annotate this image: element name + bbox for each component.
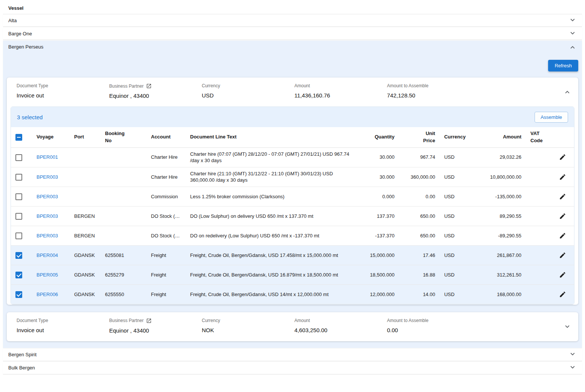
voyage-link[interactable]: BPER005 — [37, 272, 58, 278]
row-checkbox[interactable] — [15, 154, 22, 161]
assemble-button[interactable]: Assemble — [535, 112, 568, 123]
field-amount: Amount 11,436,160.76 — [294, 83, 387, 99]
edit-icon[interactable] — [558, 172, 568, 182]
select-all-checkbox[interactable] — [15, 134, 22, 141]
field-value-business-partner: Equinor , 43400 — [109, 327, 202, 334]
refresh-button[interactable]: Refresh — [548, 60, 578, 71]
row-checkbox[interactable] — [15, 252, 22, 259]
field-label-business-partner: Business Partner — [109, 318, 143, 323]
collapse-chevron-up-icon[interactable] — [563, 88, 571, 96]
document-summary[interactable]: Document Type Invoice out Business Partn… — [7, 77, 578, 106]
port-cell — [70, 147, 101, 167]
table-row: BPER003 Charter Hire Charter hire (21:10… — [11, 167, 574, 187]
header-vat-code: VAT Code — [526, 127, 551, 147]
document-line-text-cell: Less 1.25% broker commission (Clarksons) — [186, 187, 357, 206]
row-checkbox[interactable] — [15, 174, 22, 181]
edit-icon[interactable] — [558, 270, 568, 280]
document-line-text-cell: Freight, Crude Oil, Bergen/Gdansk, USD 1… — [186, 265, 357, 284]
field-value-document-type: Invoice out — [17, 327, 109, 333]
table-row: BPER003 BERGEN DO Stock (L... DO on rede… — [11, 226, 574, 245]
quantity-cell: 12,000.000 — [357, 284, 399, 304]
field-amount-to-assemble: Amount to Assemble 0.00 — [387, 318, 480, 334]
header-account: Account — [146, 127, 186, 147]
quantity-cell: -137.370 — [357, 226, 399, 245]
booking-no-cell: 6255279 — [101, 265, 146, 284]
vat-code-cell — [526, 187, 551, 206]
document-card-nok: Document Type Invoice out Business Partn… — [7, 312, 578, 341]
edit-icon[interactable] — [558, 191, 568, 202]
field-value-amount-to-assemble: 742,128.50 — [387, 92, 480, 99]
port-cell: BERGEN — [70, 226, 101, 245]
vessel-accordion-bergen-spirit[interactable]: Bergen Spirit — [3, 349, 582, 361]
expand-chevron-down-icon[interactable] — [563, 322, 571, 331]
document-line-text-cell: Freight, Crude Oil, Bergen/Gdansk, USD 1… — [186, 284, 357, 304]
row-checkbox[interactable] — [15, 291, 22, 298]
vat-code-cell — [526, 284, 551, 304]
document-line-text-cell: Charter hire (21:10 (GMT) 31/12/22 - 21:… — [186, 167, 357, 187]
amount-cell: 29,032.26 — [470, 147, 526, 167]
vessel-name: Bulk Bergen — [8, 365, 35, 371]
voyage-link[interactable]: BPER003 — [37, 174, 58, 180]
booking-no-cell — [101, 206, 146, 226]
edit-icon[interactable] — [558, 211, 568, 221]
account-cell: Freight — [146, 245, 186, 265]
currency-cell: USD — [440, 226, 470, 245]
amount-cell: 168,000.00 — [470, 284, 526, 304]
unit-price-cell: 650.00 — [399, 206, 440, 226]
voyage-link[interactable]: BPER003 — [37, 213, 58, 219]
account-cell: Freight — [146, 284, 186, 304]
unit-price-cell: 14.00 — [399, 284, 440, 304]
voyage-link[interactable]: BPER004 — [37, 252, 58, 258]
voyage-link[interactable]: BPER001 — [37, 154, 58, 160]
edit-icon[interactable] — [558, 250, 568, 260]
row-checkbox[interactable] — [15, 213, 22, 220]
unit-price-cell: 967.74 — [399, 147, 440, 167]
field-label-currency: Currency — [202, 318, 294, 323]
edit-icon[interactable] — [558, 231, 568, 241]
port-cell: GDANSK — [70, 284, 101, 304]
field-document-type: Document Type Invoice out — [17, 83, 109, 99]
header-doc-line-text: Document Line Text — [186, 127, 357, 147]
table-row: BPER003 Commission Less 1.25% broker com… — [11, 187, 574, 206]
voyage-link[interactable]: BPER006 — [37, 292, 58, 297]
chevron-down-icon — [568, 350, 577, 359]
currency-cell: USD — [440, 167, 470, 187]
table-row: BPER001 Charter Hire Charter hire (07:07… — [11, 147, 574, 167]
currency-cell: USD — [440, 147, 470, 167]
selection-toolbar: 3 selected Assemble — [11, 107, 574, 127]
row-checkbox[interactable] — [15, 193, 22, 200]
row-checkbox[interactable] — [15, 272, 22, 278]
currency-cell: USD — [440, 245, 470, 265]
unit-price-cell: 0.00 — [399, 187, 440, 206]
refresh-row: Refresh — [7, 53, 578, 77]
quantity-cell: 15,000.000 — [357, 245, 399, 265]
edit-icon[interactable] — [558, 152, 568, 162]
currency-cell: USD — [440, 265, 470, 284]
open-in-new-icon[interactable] — [146, 83, 152, 89]
edit-icon[interactable] — [558, 289, 568, 299]
vat-code-cell — [526, 206, 551, 226]
vessel-name: Bergen Spirit — [8, 352, 37, 357]
port-cell — [70, 187, 101, 206]
vessel-accordion-alta[interactable]: Alta — [3, 14, 582, 27]
field-currency: Currency USD — [202, 83, 294, 99]
open-in-new-icon[interactable] — [146, 318, 152, 324]
line-items-panel: 3 selected Assemble — [11, 106, 574, 305]
vat-code-cell — [526, 265, 551, 284]
field-business-partner: Business Partner Equinor , 43400 — [109, 318, 202, 334]
quantity-cell: 18,500.000 — [357, 265, 399, 284]
booking-no-cell: 6255081 — [101, 245, 146, 265]
voyage-link[interactable]: BPER003 — [37, 233, 58, 239]
account-cell: Freight — [146, 265, 186, 284]
vessel-accordion-barge-one[interactable]: Barge One — [3, 27, 582, 40]
row-checkbox[interactable] — [15, 232, 22, 239]
quantity-cell: 30.000 — [357, 147, 399, 167]
currency-cell: USD — [440, 284, 470, 304]
table-row: BPER004 GDANSK 6255081 Freight Freight, … — [11, 245, 574, 265]
amount-cell: -89,290.55 — [470, 226, 526, 245]
vessel-accordion-bulk-bergen[interactable]: Bulk Bergen — [3, 362, 582, 374]
document-summary[interactable]: Document Type Invoice out Business Partn… — [7, 312, 578, 341]
field-label-currency: Currency — [202, 83, 294, 88]
vessel-accordion-bergen-perseus[interactable]: Bergen Perseus — [3, 41, 582, 53]
voyage-link[interactable]: BPER003 — [37, 194, 58, 199]
